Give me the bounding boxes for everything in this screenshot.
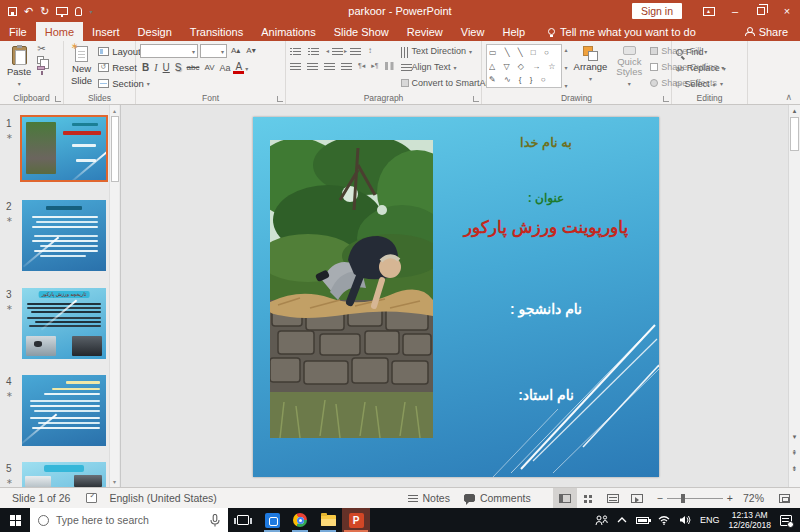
volume-icon[interactable] — [679, 515, 691, 525]
line-spacing-button[interactable]: ↕ — [368, 46, 372, 55]
copy-button[interactable] — [37, 56, 44, 64]
paste-button[interactable]: Paste ▾ — [4, 44, 34, 91]
close-button[interactable]: × — [774, 0, 800, 22]
tab-slideshow[interactable]: Slide Show — [325, 22, 398, 41]
thumbnail-scroll-up-icon[interactable]: ▴ — [110, 107, 119, 114]
shapes-scroll-up-icon[interactable]: ▴ — [565, 46, 568, 53]
grow-font-button[interactable]: A▴ — [229, 45, 242, 57]
tab-view[interactable]: View — [452, 22, 494, 41]
previous-slide-button[interactable]: ⇞ — [789, 449, 800, 457]
onvan-label[interactable]: عنوان : — [438, 191, 654, 205]
slide-thumbnail-3[interactable]: تاریخچه ورزش پارکور — [22, 288, 106, 359]
share-button[interactable]: Share — [745, 22, 800, 41]
tab-transitions[interactable]: Transitions — [181, 22, 252, 41]
align-left-button[interactable] — [290, 62, 301, 70]
shapes-more-icon[interactable]: ▾ — [565, 82, 568, 89]
start-slideshow-icon[interactable] — [56, 7, 68, 15]
zoom-percentage[interactable]: 72% — [743, 492, 764, 504]
rtl-direction-button[interactable]: ▸¶ — [371, 62, 378, 70]
action-center-icon[interactable] — [780, 515, 792, 526]
font-color-button[interactable]: A — [233, 62, 244, 74]
taskbar-clock[interactable]: 12:13 AM 12/26/2018 — [728, 510, 771, 530]
increase-indent-button[interactable] — [350, 47, 361, 55]
fit-to-window-button[interactable] — [772, 488, 796, 509]
wifi-icon[interactable] — [658, 516, 670, 525]
tab-home[interactable]: Home — [36, 22, 83, 41]
select-button[interactable]: ▷Select▾ — [676, 77, 726, 91]
next-slide-button[interactable]: ⇟ — [789, 465, 800, 473]
change-case-button[interactable]: Aa — [217, 62, 232, 74]
collapse-ribbon-button[interactable]: ∧ — [785, 92, 792, 102]
people-icon[interactable] — [595, 515, 608, 526]
tab-animations[interactable]: Animations — [252, 22, 324, 41]
tab-file[interactable]: File — [0, 22, 36, 41]
task-view-button[interactable] — [228, 508, 258, 532]
align-right-button[interactable] — [324, 62, 335, 70]
taskbar-search-box[interactable]: Type here to search — [30, 508, 228, 532]
undo-icon[interactable]: ↶ — [24, 6, 33, 17]
font-name-combo[interactable]: ▾ — [140, 44, 198, 58]
taskbar-app-chrome[interactable] — [286, 508, 314, 532]
thumbnail-scroll-down-icon[interactable]: ▾ — [110, 478, 119, 485]
tab-review[interactable]: Review — [398, 22, 452, 41]
strikethrough-button[interactable]: abc — [184, 62, 201, 74]
student-name-label[interactable]: نام دانشجو : — [438, 301, 654, 317]
arrange-button[interactable]: Arrange ▾ — [571, 44, 611, 91]
start-button[interactable] — [0, 508, 30, 532]
decrease-indent-button[interactable] — [332, 47, 343, 55]
tab-insert[interactable]: Insert — [83, 22, 129, 41]
text-shadow-button[interactable]: S — [173, 62, 184, 74]
zoom-slider-thumb[interactable] — [681, 494, 685, 503]
bullets-button[interactable] — [290, 47, 301, 55]
thumbnail-scrollbar-thumb[interactable] — [111, 116, 119, 182]
thumbnail-scrollbar[interactable]: ▴ ▾ — [109, 105, 119, 487]
zoom-in-button[interactable]: + — [727, 492, 733, 504]
comments-button[interactable]: Comments — [464, 492, 531, 504]
drawing-dialog-launcher[interactable] — [663, 96, 669, 102]
touch-mode-icon[interactable] — [75, 7, 82, 16]
slide-sorter-button[interactable] — [577, 488, 601, 509]
sign-in-button[interactable]: Sign in — [632, 3, 682, 19]
cut-button[interactable]: ✂ — [37, 44, 45, 54]
slide-canvas[interactable]: به نام خدا عنوان : پاورپوینت ورزش پارکور… — [253, 117, 659, 477]
tab-help[interactable]: Help — [493, 22, 534, 41]
slide-thumbnail-2[interactable] — [22, 200, 106, 271]
underline-button[interactable]: U — [161, 62, 172, 74]
qat-customize-icon[interactable]: ▾ — [89, 8, 92, 15]
teacher-name-label[interactable]: نام استاد: — [438, 387, 654, 403]
tell-me-box[interactable]: Tell me what you want to do — [548, 22, 696, 41]
bismillah-text[interactable]: به نام خدا — [438, 135, 654, 150]
replace-button[interactable]: abReplace▾ — [676, 61, 726, 75]
format-painter-button[interactable] — [37, 66, 45, 70]
parkour-photo[interactable] — [270, 140, 433, 438]
justify-button[interactable] — [341, 62, 352, 70]
slide-counter[interactable]: Slide 1 of 26 — [12, 492, 70, 504]
italic-button[interactable]: I — [152, 62, 159, 74]
battery-icon[interactable] — [636, 517, 649, 524]
numbering-button[interactable] — [308, 47, 319, 55]
clipboard-dialog-launcher[interactable] — [55, 96, 61, 102]
notes-button[interactable]: Notes — [408, 492, 450, 504]
slide-thumbnail-5[interactable] — [22, 462, 106, 487]
shapes-gallery[interactable]: ▭ ╲ ╲ □ ○ △ ▽ ◇ → ☆ ✎ ∿ { } ○ — [486, 44, 562, 88]
slide-thumbnail-1[interactable] — [22, 117, 106, 180]
canvas-scroll-down-icon[interactable]: ▾ — [789, 433, 800, 441]
quick-styles-button[interactable]: Quick Styles ▾ — [613, 44, 645, 91]
align-center-button[interactable] — [307, 62, 318, 70]
font-size-combo[interactable]: ▾ — [200, 44, 227, 58]
font-dialog-launcher[interactable] — [277, 96, 283, 102]
slideshow-view-button[interactable] — [625, 488, 649, 509]
shrink-font-button[interactable]: A▾ — [244, 45, 257, 57]
input-language-indicator[interactable]: ENG — [700, 515, 720, 525]
zoom-slider[interactable] — [667, 498, 723, 499]
tab-design[interactable]: Design — [129, 22, 181, 41]
paragraph-dialog-launcher[interactable] — [473, 96, 479, 102]
presentation-title[interactable]: پاورپوینت ورزش پارکور — [438, 217, 654, 238]
canvas-scrollbar-thumb[interactable] — [790, 117, 799, 151]
bold-button[interactable]: B — [140, 62, 151, 74]
character-spacing-button[interactable]: AV — [202, 62, 216, 74]
canvas-scroll-up-icon[interactable]: ▴ — [789, 107, 800, 115]
restore-button[interactable] — [748, 0, 774, 22]
columns-button[interactable] — [385, 62, 394, 70]
language-indicator[interactable]: English (United States) — [109, 492, 216, 504]
